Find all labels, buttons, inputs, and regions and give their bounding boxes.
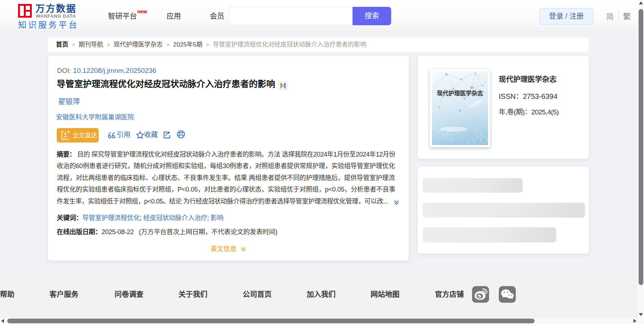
svg-text:free: free: [63, 137, 69, 141]
